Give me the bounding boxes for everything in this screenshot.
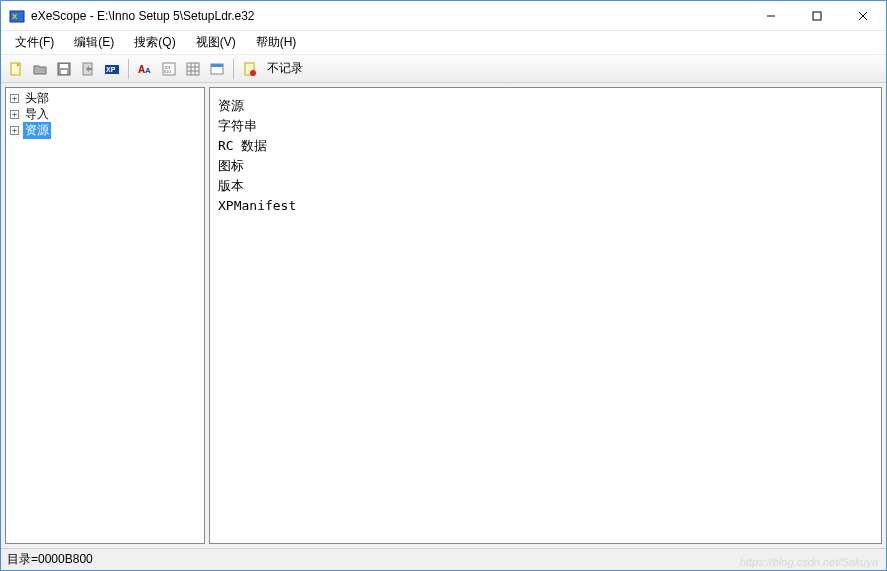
body: +头部+导入+资源 资源字符串RC 数据图标版本XPManifest [1, 83, 886, 548]
svg-rect-10 [61, 70, 67, 74]
content-panel[interactable]: 资源字符串RC 数据图标版本XPManifest [209, 87, 882, 544]
toolbar-open-icon[interactable] [29, 58, 51, 80]
tree-node[interactable]: +头部 [8, 90, 202, 106]
watermark: https://blog.csdn.net/Sakuya [740, 556, 878, 568]
toolbar-save-icon[interactable] [53, 58, 75, 80]
menubar: 文件(F) 编辑(E) 搜索(Q) 视图(V) 帮助(H) [1, 31, 886, 55]
tree-node-label[interactable]: 资源 [23, 122, 51, 139]
svg-rect-3 [813, 12, 821, 20]
toolbar-font-icon[interactable]: AA [134, 58, 156, 80]
list-item[interactable]: 图标 [218, 156, 873, 176]
svg-text:010: 010 [164, 69, 171, 74]
toolbar-binary-icon[interactable]: 101010 [158, 58, 180, 80]
maximize-button[interactable] [794, 1, 840, 30]
close-button[interactable] [840, 1, 886, 30]
tree-node[interactable]: +导入 [8, 106, 202, 122]
menu-edit[interactable]: 编辑(E) [64, 32, 124, 53]
app-icon: X [9, 8, 25, 24]
expand-icon[interactable]: + [10, 110, 19, 119]
statusbar-text: 目录=0000B800 [7, 551, 93, 568]
svg-rect-25 [211, 64, 223, 67]
svg-text:X: X [12, 12, 18, 21]
menu-search[interactable]: 搜索(Q) [124, 32, 185, 53]
tree-node[interactable]: +资源 [8, 122, 202, 138]
window-title: eXeScope - E:\Inno Setup 5\SetupLdr.e32 [31, 9, 748, 23]
menu-view[interactable]: 视图(V) [186, 32, 246, 53]
list-item[interactable]: RC 数据 [218, 136, 873, 156]
menu-help[interactable]: 帮助(H) [246, 32, 307, 53]
toolbar-separator [233, 59, 234, 79]
expand-icon[interactable]: + [10, 126, 19, 135]
app-window: X eXeScope - E:\Inno Setup 5\SetupLdr.e3… [0, 0, 887, 571]
list-item[interactable]: 版本 [218, 176, 873, 196]
toolbar-separator [128, 59, 129, 79]
titlebar: X eXeScope - E:\Inno Setup 5\SetupLdr.e3… [1, 1, 886, 31]
expand-icon[interactable]: + [10, 94, 19, 103]
list-item[interactable]: 资源 [218, 96, 873, 116]
svg-text:A: A [145, 66, 151, 75]
svg-rect-19 [187, 63, 199, 75]
menu-file[interactable]: 文件(F) [5, 32, 64, 53]
statusbar: 目录=0000B800 https://blog.csdn.net/Sakuya [1, 548, 886, 570]
toolbar-import-icon[interactable] [77, 58, 99, 80]
tree-node-label[interactable]: 头部 [23, 90, 51, 107]
svg-rect-9 [60, 64, 68, 68]
minimize-button[interactable] [748, 1, 794, 30]
tree-node-label[interactable]: 导入 [23, 106, 51, 123]
toolbar-window-icon[interactable] [206, 58, 228, 80]
toolbar: XP AA 101010 不记录 [1, 55, 886, 83]
toolbar-xp-icon[interactable]: XP [101, 58, 123, 80]
toolbar-new-icon[interactable] [5, 58, 27, 80]
window-controls [748, 1, 886, 30]
list-item[interactable]: XPManifest [218, 196, 873, 216]
list-item[interactable]: 字符串 [218, 116, 873, 136]
svg-text:XP: XP [106, 66, 116, 73]
svg-point-27 [250, 70, 256, 76]
toolbar-norecord-label[interactable]: 不记录 [265, 60, 305, 77]
toolbar-grid-icon[interactable] [182, 58, 204, 80]
toolbar-record-icon[interactable] [239, 58, 261, 80]
tree-panel[interactable]: +头部+导入+资源 [5, 87, 205, 544]
